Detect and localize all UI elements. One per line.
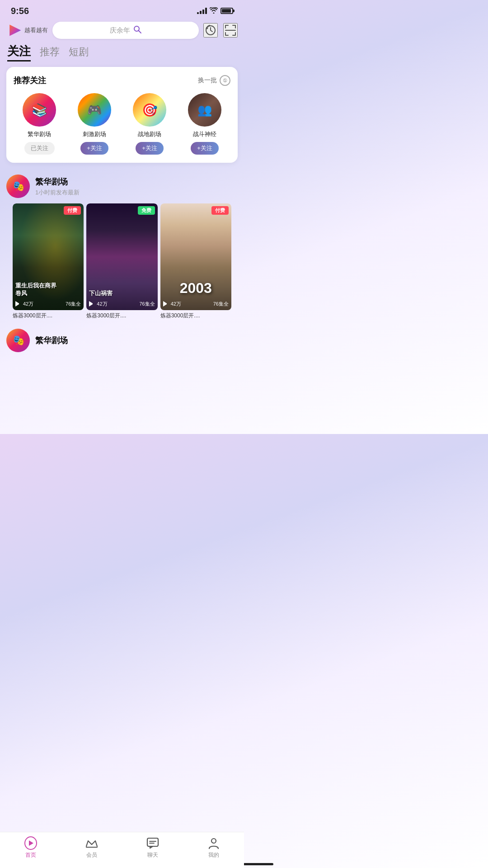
video-bottom-1: 42万 76集全 bbox=[15, 301, 81, 307]
tab-recommend[interactable]: 推荐 bbox=[40, 45, 60, 60]
play-icon-1 bbox=[15, 301, 21, 307]
header-actions bbox=[203, 23, 238, 38]
video-bottom-3: 42万 76集全 bbox=[163, 301, 229, 307]
video-views-3: 42万 bbox=[171, 301, 181, 307]
recommend-follow-card: 推荐关注 换一批 ① 繁华剧场 已关注 刺激剧场 +关注 战地剧场 bbox=[6, 67, 238, 163]
channel-name-1: 繁华剧场 bbox=[28, 130, 51, 138]
svg-marker-0 bbox=[9, 24, 21, 36]
video-bottom-2: 42万 76集全 bbox=[89, 301, 155, 307]
video-ep-3: 76集全 bbox=[213, 301, 229, 307]
channel-section-1: 繁华剧场 1小时前发布最新 重生后我在商界卷风 付费 42万 bbox=[0, 170, 244, 323]
channel-section-2: 🎭 繁华剧场 bbox=[0, 323, 244, 354]
nav-tabs: 关注 推荐 短剧 bbox=[0, 43, 244, 67]
video-item-3[interactable]: 2003 付费 42万 76集全 炼器3000层开.... bbox=[160, 203, 231, 320]
follow-btn-2[interactable]: +关注 bbox=[80, 142, 108, 155]
channel-info-text-1: 繁华剧场 1小时前发布最新 bbox=[35, 176, 80, 197]
follow-btn-3[interactable]: +关注 bbox=[136, 142, 164, 155]
video-thumb-2: 下山祸害 免费 42万 76集全 bbox=[86, 203, 157, 310]
search-icon bbox=[133, 25, 142, 36]
history-icon bbox=[205, 24, 216, 36]
logo-area: 越看越有 bbox=[6, 22, 48, 38]
channel-name-2: 刺激剧场 bbox=[83, 130, 106, 138]
channel-info-text-2: 繁华剧场 bbox=[35, 335, 68, 346]
history-button[interactable] bbox=[203, 23, 218, 38]
thumb-inner-1: 42万 76集全 bbox=[13, 203, 84, 310]
channel-info-sub-1: 1小时前发布最新 bbox=[35, 189, 80, 197]
video-views-1: 42万 bbox=[23, 301, 33, 307]
channel-name-3: 战地剧场 bbox=[138, 130, 161, 138]
play-icon-3 bbox=[163, 301, 169, 307]
video-grid-1: 重生后我在商界卷风 付费 42万 76集全 炼器3000层开.... bbox=[6, 203, 238, 320]
channel-avatar-2 bbox=[78, 93, 111, 127]
video-meta-1: 42万 bbox=[15, 301, 33, 307]
signal-icon bbox=[197, 8, 207, 14]
channel-avatar-1 bbox=[23, 93, 56, 127]
rec-channel-battle: 战地剧场 +关注 bbox=[124, 93, 175, 155]
rec-card-header: 推荐关注 换一批 ① bbox=[14, 75, 230, 86]
scan-icon bbox=[225, 24, 236, 36]
search-placeholder-text: 庆余年 bbox=[110, 26, 130, 35]
rec-channel-fancv: 繁华剧场 已关注 bbox=[14, 93, 65, 155]
channel-info-name-1: 繁华剧场 bbox=[35, 176, 80, 187]
channel-avatar-4 bbox=[188, 93, 221, 127]
thumb-inner-2: 42万 76集全 bbox=[86, 203, 157, 310]
channel-info-avatar-2: 🎭 bbox=[6, 329, 30, 352]
status-bar: 9:56 bbox=[0, 0, 244, 20]
thumb-inner-3: 42万 76集全 bbox=[160, 203, 231, 310]
video-title-1: 炼器3000层开.... bbox=[13, 312, 84, 320]
svg-line-2 bbox=[138, 30, 141, 33]
logo-text: 越看越有 bbox=[24, 27, 48, 34]
channel-name-4: 战斗神经 bbox=[193, 130, 216, 138]
follow-btn-1[interactable]: 已关注 bbox=[24, 142, 55, 155]
status-icons bbox=[197, 7, 233, 15]
header: 越看越有 庆余年 bbox=[0, 20, 244, 43]
follow-btn-4[interactable]: +关注 bbox=[191, 142, 219, 155]
search-bar[interactable]: 庆余年 bbox=[52, 22, 199, 39]
video-thumb-3: 2003 付费 42万 76集全 bbox=[160, 203, 231, 310]
status-time: 9:56 bbox=[11, 6, 29, 16]
tab-follow[interactable]: 关注 bbox=[7, 43, 31, 61]
rec-card-title: 推荐关注 bbox=[14, 75, 46, 86]
rec-channel-fight: 战斗神经 +关注 bbox=[179, 93, 230, 155]
video-views-2: 42万 bbox=[97, 301, 107, 307]
video-ep-2: 76集全 bbox=[139, 301, 155, 307]
video-thumb-1: 重生后我在商界卷风 付费 42万 76集全 bbox=[13, 203, 84, 310]
rec-channels: 繁华剧场 已关注 刺激剧场 +关注 战地剧场 +关注 战斗神经 +关注 bbox=[14, 93, 230, 155]
video-item-2[interactable]: 下山祸害 免费 42万 76集全 炼器3000层开.... bbox=[86, 203, 157, 320]
channel-info-avatar-1 bbox=[6, 175, 30, 198]
video-title-2: 炼器3000层开.... bbox=[86, 312, 157, 320]
play-icon-2 bbox=[89, 301, 94, 307]
scan-button[interactable] bbox=[223, 23, 238, 38]
logo-icon bbox=[6, 22, 23, 38]
video-item-1[interactable]: 重生后我在商界卷风 付费 42万 76集全 炼器3000层开.... bbox=[13, 203, 84, 320]
channel-info-name-2: 繁华剧场 bbox=[35, 335, 68, 346]
refresh-label: 换一批 bbox=[198, 76, 217, 85]
video-meta-3: 42万 bbox=[163, 301, 181, 307]
refresh-badge: ① bbox=[220, 75, 230, 86]
battery-icon bbox=[221, 8, 233, 14]
rec-channel-excite: 刺激剧场 +关注 bbox=[69, 93, 120, 155]
tab-short-drama[interactable]: 短剧 bbox=[69, 45, 89, 60]
video-title-3: 炼器3000层开.... bbox=[160, 312, 231, 320]
video-meta-2: 42万 bbox=[89, 301, 107, 307]
refresh-btn[interactable]: 换一批 ① bbox=[198, 75, 230, 86]
channel-avatar-3 bbox=[133, 93, 166, 127]
channel-info-1: 繁华剧场 1小时前发布最新 bbox=[6, 175, 238, 198]
video-ep-1: 76集全 bbox=[66, 301, 81, 307]
wifi-icon bbox=[210, 7, 218, 15]
